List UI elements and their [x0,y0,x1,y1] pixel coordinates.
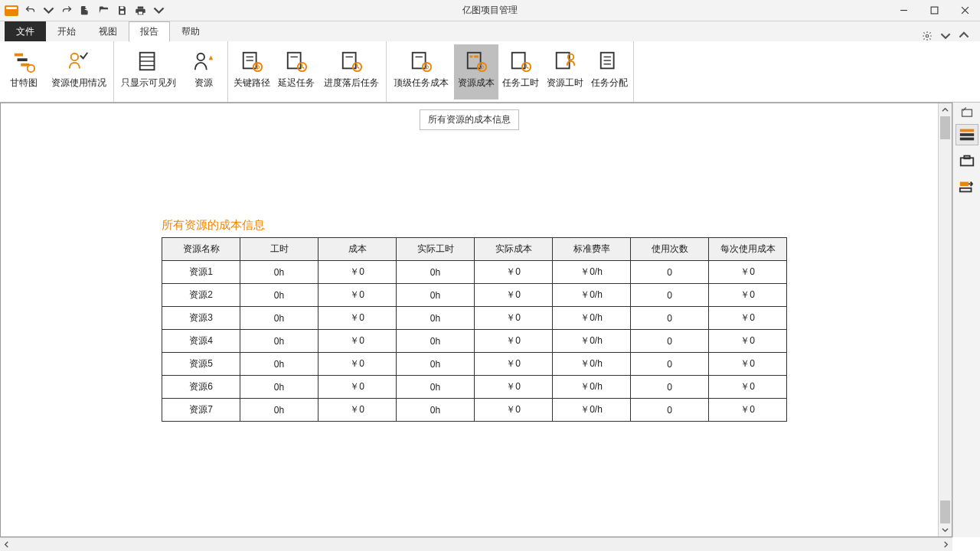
table-cell: ￥0 [709,307,787,330]
table-cell: ￥0 [475,330,553,353]
redo-button[interactable] [60,4,74,18]
canvas-area: 所有资源的成本信息 所有资源的成本信息 资源名称工时成本实际工时实际成本标准费率… [1,103,938,536]
ribbon: 甘特图 资源使用情况 只显示可见列 资源 $ 关键路径 延迟任务 进度落后任务 [0,41,980,103]
maximize-button[interactable] [919,0,949,21]
settings-icon[interactable] [922,31,933,41]
table-cell: ￥0 [709,353,787,376]
table-cell: ￥0/h [553,353,631,376]
table-header-row: 资源名称工时成本实际工时实际成本标准费率使用次数每次使用成本 [162,238,787,261]
svg-marker-15 [209,56,214,60]
table-cell: ￥0 [318,376,397,399]
table-cell: 0 [631,261,709,284]
table-cell: ￥0 [475,261,553,284]
panel-tab-3[interactable] [956,176,978,197]
save-button[interactable] [115,4,129,18]
ribbon-critical-path[interactable]: $ 关键路径 [230,44,274,99]
resources-icon [191,49,216,73]
collapse-ribbon-icon[interactable] [959,31,969,41]
print-button[interactable] [133,4,147,18]
table-cell: 0h [397,376,475,399]
scroll-down-icon[interactable] [939,523,952,536]
table-cell: 0h [240,284,318,307]
svg-rect-1 [120,11,124,14]
ribbon-resources-label: 资源 [194,78,213,88]
table-cell: 资源1 [162,261,240,284]
table-cell: 0 [631,353,709,376]
top-task-cost-icon: $ [409,49,433,73]
table-cell: ￥0/h [553,261,631,284]
scroll-up-icon[interactable] [939,103,952,116]
panel-collapse-icon[interactable] [960,106,974,119]
table-cell: 0h [397,330,475,353]
table-body: 资源10h￥00h￥0￥0/h0￥0资源20h￥00h￥0￥0/h0￥0资源30… [162,261,787,422]
table-cell: ￥0 [318,261,397,284]
ribbon-resource-usage[interactable]: 资源使用情况 [46,44,112,99]
settings-caret-icon[interactable] [940,31,951,41]
undo-dropdown[interactable] [41,4,55,18]
task-alloc-icon [597,49,622,73]
minimize-button[interactable] [888,0,919,21]
table-cell: ￥0 [318,399,397,422]
table-cell: ￥0 [475,376,553,399]
table-cell: 0h [397,399,475,422]
ribbon-delayed-tasks[interactable]: 延迟任务 [274,44,318,99]
table-cell: ￥0 [709,376,787,399]
scroll-thumb[interactable] [940,500,950,523]
svg-rect-33 [474,56,479,58]
vertical-scrollbar[interactable] [938,103,952,536]
scroll-thumb[interactable] [940,116,950,139]
print-dropdown[interactable] [152,4,165,18]
open-button[interactable] [96,4,110,18]
menu-view[interactable]: 视图 [87,21,129,41]
ribbon-resource-cost[interactable]: $ 资源成本 [454,44,498,99]
horizontal-scrollbar[interactable] [0,537,952,551]
svg-rect-38 [557,53,570,69]
undo-button[interactable] [23,4,37,18]
app-icon [5,5,18,16]
critical-path-icon: $ [240,49,264,73]
svg-rect-6 [18,58,28,61]
table-cell: 资源3 [162,307,240,330]
svg-rect-5 [15,54,23,57]
svg-rect-27 [413,53,426,69]
behind-schedule-icon [339,49,364,73]
ribbon-gantt[interactable]: 甘特图 [2,44,46,99]
panel-tab-2[interactable] [956,150,978,171]
svg-rect-51 [959,188,971,192]
export-button[interactable] [78,4,92,18]
ribbon-behind-schedule[interactable]: 进度落后任务 [318,44,384,99]
svg-text:$: $ [424,61,430,70]
gantt-icon [11,49,36,73]
svg-rect-3 [931,7,938,14]
panel-tab-1[interactable] [956,124,978,145]
scroll-right-icon[interactable] [939,538,952,551]
menu-report[interactable]: 报告 [129,21,170,42]
menu-help[interactable]: 帮助 [170,21,211,41]
ribbon-top-task-cost-label: 顶级任务成本 [394,78,449,88]
ribbon-resources[interactable]: 资源 [181,44,226,99]
ribbon-resource-hours[interactable]: 资源工时 [543,44,587,99]
ribbon-task-hours[interactable]: 任务工时 [498,44,543,99]
svg-rect-0 [120,7,123,9]
table-cell: ￥0/h [553,307,631,330]
section-title: 所有资源的成本信息 [162,218,265,233]
menu-file[interactable]: 文件 [5,21,46,41]
table-cell: 0 [631,330,709,353]
ribbon-task-alloc[interactable]: 任务分配 [587,44,632,99]
table-cell: 0 [631,399,709,422]
scroll-left-icon[interactable] [0,538,13,551]
table-cell: 0h [240,376,318,399]
table-header-cell: 工时 [240,238,318,261]
menu-start[interactable]: 开始 [46,21,87,41]
table-row: 资源30h￥00h￥0￥0/h0￥0 [162,307,787,330]
close-button[interactable] [949,0,980,21]
table-header-cell: 标准费率 [553,238,631,261]
table-row: 资源70h￥00h￥0￥0/h0￥0 [162,399,787,422]
ribbon-top-task-cost[interactable]: $ 顶级任务成本 [388,44,454,99]
task-hours-icon [508,49,533,73]
ribbon-visible-columns[interactable]: 只显示可见列 [116,44,181,99]
table-row: 资源40h￥00h￥0￥0/h0￥0 [162,330,787,353]
table-cell: ￥0 [318,307,397,330]
titlebar: 亿图项目管理 [0,0,980,21]
table-cell: ￥0/h [553,376,631,399]
